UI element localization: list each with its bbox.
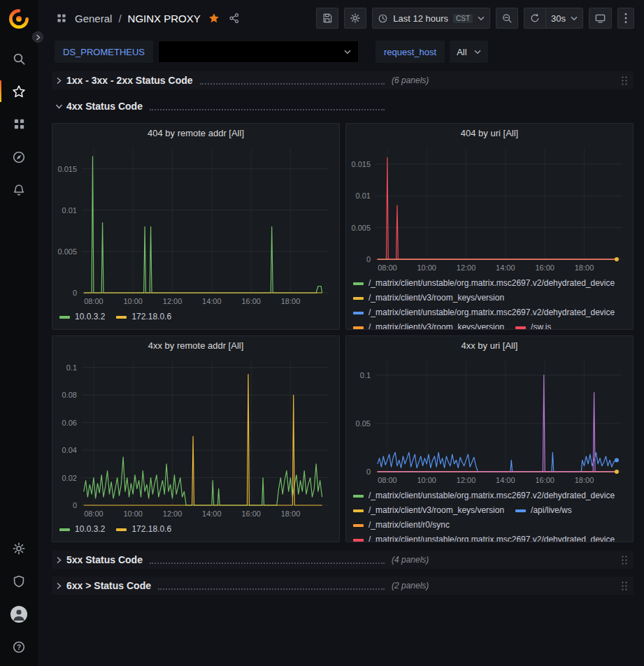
legend-item[interactable]: 172.18.0.6: [116, 310, 171, 324]
legend-item[interactable]: /_matrix/client/v3/room_keys/version: [353, 320, 504, 329]
legend-series-label: 172.18.0.6: [131, 310, 171, 324]
sidebar-item-server-admin[interactable]: [0, 565, 38, 598]
svg-text:14:00: 14:00: [202, 297, 222, 305]
legend-item[interactable]: /_matrix/client/unstable/org.matrix.msc2…: [353, 305, 615, 320]
row-drag-handle[interactable]: [620, 75, 628, 87]
chevron-down-icon: [344, 50, 351, 55]
legend-series-swatch: [353, 326, 364, 329]
svg-text:0: 0: [73, 501, 77, 509]
svg-text:0: 0: [73, 289, 77, 297]
time-series-chart[interactable]: 08:0010:0012:0014:0016:0018:0000.020.040…: [52, 355, 339, 521]
legend-series-swatch: [353, 312, 364, 314]
legend-series-label: /_matrix/client/unstable/org.matrix.msc2…: [368, 305, 615, 320]
dashboard-title[interactable]: NGINX PROXY: [128, 13, 201, 24]
legend-item[interactable]: /_matrix/client/unstable/org.matrix.msc2…: [353, 533, 615, 542]
legend-series-swatch: [353, 282, 364, 285]
legend-item[interactable]: 10.0.3.2: [59, 522, 105, 537]
variable-label-ds-prometheus[interactable]: DS_PROMETHEUS: [55, 41, 153, 63]
legend-series-label: /_matrix/client/v3/room_keys/version: [368, 320, 504, 329]
sidebar-expand-button[interactable]: [32, 31, 43, 43]
time-series-chart[interactable]: 08:0010:0012:0014:0016:0018:0000.0050.01…: [346, 143, 633, 275]
row-4xx[interactable]: 4xx Status Code: [52, 97, 634, 115]
share-button[interactable]: [227, 11, 241, 25]
legend-item[interactable]: /sw.js: [515, 320, 551, 329]
sidebar-item-help[interactable]: ?: [0, 630, 38, 663]
kebab-menu-button[interactable]: [617, 8, 634, 29]
star-filled-icon: [208, 13, 220, 24]
request-host-select[interactable]: All: [450, 41, 487, 63]
chevron-right-icon: [56, 556, 62, 564]
time-series-chart[interactable]: 08:0010:0012:0014:0016:0018:0000.050.1: [346, 355, 633, 487]
legend-series-label: /_matrix/client/unstable/org.matrix.msc2…: [368, 276, 615, 291]
grafana-logo[interactable]: [0, 0, 38, 38]
favorite-star-button[interactable]: [207, 11, 221, 25]
svg-text:0.01: 0.01: [356, 191, 371, 200]
save-dashboard-button[interactable]: [316, 8, 338, 29]
svg-text:0.08: 0.08: [62, 391, 77, 399]
chart-svg: 08:0010:0012:0014:0016:0018:0000.020.040…: [52, 355, 339, 521]
zoom-out-icon: [501, 13, 513, 24]
legend-item[interactable]: /_matrix/client/v3/room_keys/version: [353, 291, 504, 305]
row-6xx[interactable]: 6xx > Status Code (2 panels): [52, 577, 634, 595]
legend-series-swatch: [353, 297, 364, 300]
datasource-select[interactable]: [158, 41, 359, 63]
variable-label-request-host[interactable]: request_host: [375, 41, 445, 63]
chart-svg: 08:0010:0012:0014:0016:0018:0000.050.1: [346, 355, 633, 487]
breadcrumb: General / NGINX PROXY: [55, 11, 241, 25]
dashboard-content: 1xx - 3xx - 2xx Status Code (6 panels) 4…: [38, 67, 644, 666]
time-series-chart[interactable]: 08:0010:0012:0014:0016:0018:0000.0050.01…: [52, 143, 339, 308]
legend-series-label: 10.0.3.2: [75, 522, 105, 537]
time-range-picker[interactable]: Last 12 hours CST: [372, 8, 490, 29]
chevron-right-icon: [56, 77, 62, 85]
row-drag-handle[interactable]: [620, 554, 628, 566]
tv-mode-button[interactable]: [589, 8, 612, 29]
refresh-split-button: 30s: [524, 8, 583, 29]
dashboard-settings-button[interactable]: [344, 8, 366, 29]
legend-series-label: /_matrix/client/v3/room_keys/version: [368, 291, 504, 305]
legend-item[interactable]: /_matrix/client/r0/sync: [353, 518, 450, 533]
svg-text:12:00: 12:00: [163, 509, 183, 518]
sidebar-item-starred[interactable]: [0, 75, 38, 108]
svg-text:18:00: 18:00: [281, 297, 301, 305]
sidebar-item-explore[interactable]: [0, 140, 38, 173]
refresh-button[interactable]: [524, 8, 546, 29]
svg-text:10:00: 10:00: [123, 509, 143, 518]
svg-text:08:00: 08:00: [378, 263, 397, 272]
svg-text:16:00: 16:00: [241, 509, 261, 518]
legend-series-label: /_matrix/client/r0/sync: [368, 518, 450, 533]
row-drag-handle[interactable]: [620, 580, 628, 592]
row-panel-count: (4 panels): [392, 555, 429, 565]
legend-item[interactable]: /_matrix/client/unstable/org.matrix.msc2…: [353, 276, 615, 291]
svg-text:0: 0: [366, 255, 371, 263]
sidebar-item-dashboards[interactable]: [0, 108, 38, 140]
panels-grid: 404 by remote addr [All] 08:0010:0012:00…: [52, 123, 634, 542]
svg-text:0.1: 0.1: [360, 371, 371, 379]
panel-title[interactable]: 4xx by remote addr [All]: [52, 336, 339, 355]
apps-grid-icon[interactable]: [55, 11, 69, 25]
legend-item[interactable]: /api/live/ws: [515, 503, 572, 518]
svg-text:14:00: 14:00: [496, 263, 515, 272]
panel-legend: 10.0.3.2172.18.0.6: [52, 521, 339, 542]
legend-item[interactable]: 172.18.0.6: [116, 522, 171, 537]
legend-series-label: 172.18.0.6: [131, 522, 171, 537]
sidebar-item-settings[interactable]: [0, 532, 38, 565]
sidebar-item-profile[interactable]: [0, 598, 38, 630]
panel-title[interactable]: 404 by remote addr [All]: [52, 124, 339, 143]
topbar-actions: Last 12 hours CST 30s: [316, 8, 634, 29]
panel-title[interactable]: 404 by uri [All]: [346, 124, 633, 143]
legend-series-label: /_matrix/client/unstable/org.matrix.msc2…: [368, 533, 615, 542]
sidebar-item-alerting[interactable]: [0, 173, 38, 206]
panel-title[interactable]: 4xx by uri [All]: [346, 336, 633, 355]
sidebar-item-search[interactable]: [0, 42, 38, 75]
refresh-interval-select[interactable]: 30s: [545, 8, 583, 29]
legend-item[interactable]: 10.0.3.2: [59, 310, 105, 324]
svg-text:10:00: 10:00: [417, 476, 436, 484]
chart-svg: 08:0010:0012:0014:0016:0018:0000.0050.01…: [346, 143, 633, 275]
zoom-out-button[interactable]: [496, 8, 518, 29]
legend-item[interactable]: /_matrix/client/unstable/org.matrix.msc2…: [353, 488, 615, 503]
row-5xx[interactable]: 5xx Status Code (4 panels): [52, 551, 634, 569]
legend-item[interactable]: /_matrix/client/v3/room_keys/version: [353, 503, 504, 518]
timezone-badge: CST: [453, 14, 473, 23]
breadcrumb-folder[interactable]: General: [75, 13, 112, 24]
row-1xx-3xx-2xx[interactable]: 1xx - 3xx - 2xx Status Code (6 panels): [52, 71, 634, 89]
